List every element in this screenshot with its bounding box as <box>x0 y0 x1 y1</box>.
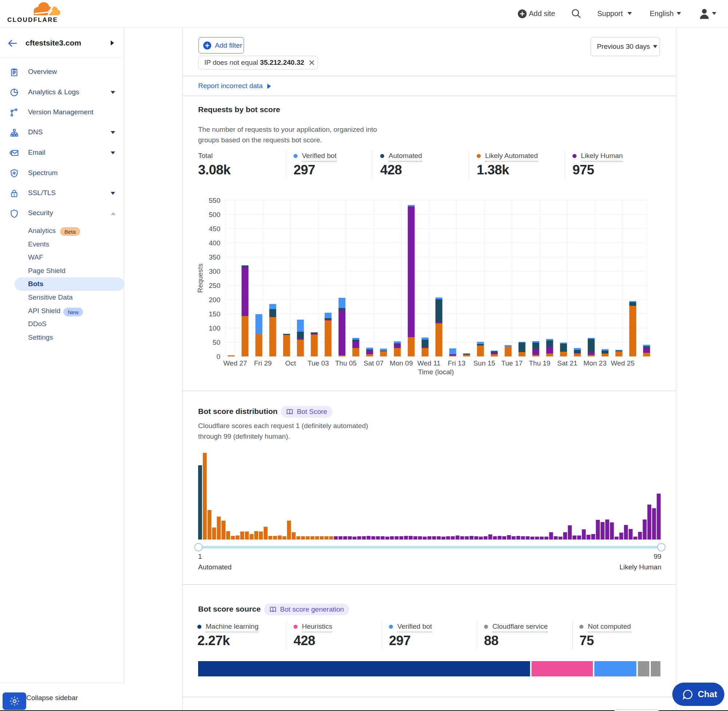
svg-text:50: 50 <box>213 339 220 346</box>
svg-text:200: 200 <box>209 296 220 304</box>
svg-text:Oct: Oct <box>285 359 296 367</box>
svg-text:Sat 21: Sat 21 <box>557 359 577 367</box>
svg-text:550: 550 <box>209 196 220 204</box>
svg-text:Mon 09: Mon 09 <box>390 359 413 367</box>
svg-text:0: 0 <box>216 353 220 360</box>
svg-text:Tue 17: Tue 17 <box>502 359 523 367</box>
svg-text:Wed 25: Wed 25 <box>611 359 634 367</box>
svg-text:Time (local): Time (local) <box>418 368 454 376</box>
svg-text:Sun 15: Sun 15 <box>473 359 495 367</box>
svg-text:500: 500 <box>209 211 220 218</box>
svg-text:Thu 19: Thu 19 <box>529 359 550 367</box>
svg-text:400: 400 <box>209 239 220 247</box>
svg-text:Requests: Requests <box>196 264 204 293</box>
svg-text:Fri 13: Fri 13 <box>448 359 466 367</box>
svg-text:Thu 05: Thu 05 <box>335 359 357 367</box>
svg-text:150: 150 <box>209 310 220 318</box>
svg-text:Mon 23: Mon 23 <box>583 359 606 367</box>
svg-text:300: 300 <box>209 268 220 275</box>
svg-text:Sat 07: Sat 07 <box>363 359 384 367</box>
svg-text:350: 350 <box>209 254 220 261</box>
svg-text:Wed 27: Wed 27 <box>223 359 247 367</box>
svg-text:100: 100 <box>209 325 220 332</box>
svg-text:250: 250 <box>209 282 220 289</box>
svg-text:450: 450 <box>209 225 220 233</box>
svg-text:Tue 03: Tue 03 <box>308 359 329 367</box>
svg-text:Fri 29: Fri 29 <box>254 359 272 367</box>
svg-text:Wed 11: Wed 11 <box>417 359 441 367</box>
